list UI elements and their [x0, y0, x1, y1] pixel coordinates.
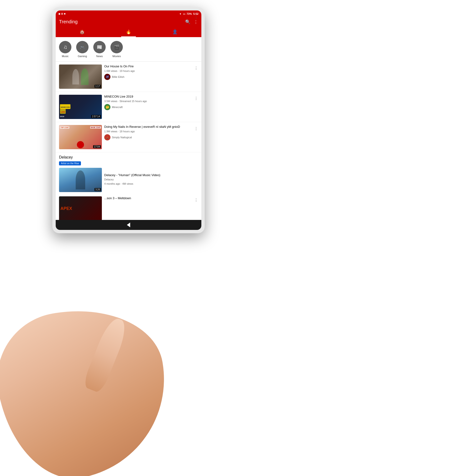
- movies-icon: 🎬: [114, 45, 119, 50]
- tab-account[interactable]: 👤: [168, 27, 182, 37]
- video-info-1: Our House Is On Fire 1.6M views · 19 hou…: [104, 65, 198, 89]
- video-item-last[interactable]: APEX ...son 3 – Meltdown ⋮: [56, 193, 201, 220]
- channel-name-3: Simply Nailogical: [112, 136, 132, 139]
- minecon-label: MINECON: [60, 104, 70, 109]
- artist-name: Delacey: [59, 155, 198, 159]
- status-left-icons: [59, 13, 66, 15]
- more-button-2[interactable]: ⋮: [193, 95, 199, 102]
- status-dot-3: [64, 13, 66, 15]
- video-item-1[interactable]: 1:17 Our House Is On Fire 1.6M views · 1…: [56, 62, 201, 92]
- more-button-3[interactable]: ⋮: [193, 125, 199, 132]
- minecon-year: 2019: [60, 114, 64, 118]
- back-button[interactable]: [127, 222, 130, 227]
- more-button-1[interactable]: ⋮: [193, 65, 199, 71]
- music-label: Music: [62, 55, 69, 58]
- video-info-3: Doing My Nails In Reverse | esreveR nI s…: [104, 125, 198, 149]
- artist-thumbnail: 3:26: [59, 168, 102, 192]
- video-title-2: MINECON Live 2019: [104, 95, 193, 99]
- search-icon[interactable]: 🔍: [185, 19, 190, 24]
- category-gaming[interactable]: 🎮 Gaming: [76, 41, 88, 58]
- video-title-last: ...son 3 – Meltdown: [104, 196, 193, 200]
- artist-video-info: 4 months ago · 4M views: [104, 182, 198, 185]
- home-icon: 🏠: [80, 30, 85, 34]
- battery-percent: 73%: [187, 12, 192, 15]
- topcoat-label: TOP COAT: [60, 126, 69, 129]
- artist-channel-name: Delacey: [104, 178, 198, 181]
- nav-tabs: 🏠 🔥 👤: [59, 26, 198, 37]
- wifi-icon: ▼: [179, 13, 182, 15]
- categories-row: ♫ Music 🎮 Gaming 📰 News: [56, 37, 201, 62]
- channel-row-2: 🤔 Minecraft: [104, 104, 193, 110]
- apex-logo: APEX: [60, 206, 72, 211]
- movies-circle: 🎬: [110, 41, 123, 53]
- news-icon: 📰: [97, 45, 102, 50]
- gaming-label: Gaming: [78, 55, 87, 58]
- artist-info: Delacey - "Human" (Official Music Video)…: [104, 173, 198, 187]
- category-music[interactable]: ♫ Music: [59, 41, 71, 58]
- channel-name-1: Billie Eilish: [112, 75, 124, 78]
- page-title: Trending: [59, 19, 78, 24]
- content-area: ♫ Music 🎮 Gaming 📰 News: [56, 37, 201, 220]
- avatar-minecraft: 🤔: [104, 104, 110, 110]
- artist-section: Delacey Artist on the Rise 3:26 Delacey …: [56, 152, 201, 193]
- duration-badge-2: 2:57:14: [91, 115, 101, 118]
- duration-badge-1: 1:17: [95, 85, 101, 88]
- gaming-circle: 🎮: [76, 41, 88, 53]
- video-item-2[interactable]: MINECON LIVE 2019 2:57:14 MINECON Live 2…: [56, 92, 201, 122]
- artist-video[interactable]: 3:26 Delacey - "Human" (Official Music V…: [59, 168, 198, 192]
- video-title-1: Our House Is On Fire: [104, 65, 193, 68]
- video-info-2: MINECON Live 2019 3.5M views · Streamed …: [104, 95, 198, 119]
- video-meta-3: 1.9M views · 18 hours ago: [104, 130, 193, 133]
- status-dot-1: [59, 13, 60, 15]
- status-bar: ▼ ▭ 73% 5:52: [56, 11, 201, 17]
- tab-trending[interactable]: 🔥: [121, 27, 136, 37]
- gaming-icon: 🎮: [80, 45, 85, 50]
- basecoat-label: BASE COAT: [90, 126, 101, 129]
- movies-label: Movies: [113, 55, 121, 58]
- tablet-device: ▼ ▭ 73% 5:52 Trending 🔍 ⋮: [52, 7, 205, 233]
- artist-duration-badge: 3:26: [95, 188, 101, 191]
- hand-base: [0, 296, 180, 476]
- news-circle: 📰: [93, 41, 106, 53]
- video-meta-1: 1.6M views · 19 hours ago: [104, 69, 193, 72]
- fire-icon: 🔥: [126, 30, 131, 34]
- bottom-navigation: [56, 220, 201, 230]
- battery-icon: ▭: [183, 13, 185, 15]
- person-icon: 👤: [172, 30, 178, 34]
- channel-row-1: 🌌 Billie Eilish: [104, 74, 193, 80]
- thumbnail-apex: APEX: [59, 196, 102, 220]
- notification-icon: [61, 13, 63, 15]
- artist-on-rise-badge: Artist on the Rise: [59, 161, 81, 165]
- avatar-simply-nailogical: 💄: [104, 134, 110, 140]
- video-meta-2: 3.5M views · Streamed 15 hours ago: [104, 100, 193, 102]
- category-movies[interactable]: 🎬 Movies: [110, 41, 123, 58]
- avatar-billie-eilish: 🌌: [104, 74, 110, 80]
- category-news[interactable]: 📰 News: [93, 41, 106, 58]
- news-label: News: [96, 55, 103, 58]
- thumbnail-3: TOP COAT BASE COAT 17:04: [59, 125, 102, 149]
- tab-home[interactable]: 🏠: [75, 27, 89, 37]
- duration-badge-3: 17:04: [93, 145, 101, 148]
- app-header: Trending 🔍 ⋮ 🏠 🔥 👤: [56, 17, 201, 37]
- video-title-3: Doing My Nails In Reverse | esreveR nI s…: [104, 125, 193, 129]
- pointing-finger: [82, 315, 130, 394]
- artist-video-title: Delacey - "Human" (Official Music Video): [104, 173, 198, 177]
- music-circle: ♫: [59, 41, 71, 53]
- channel-name-2: Minecraft: [112, 106, 122, 108]
- live-label: LIVE: [60, 109, 66, 114]
- artist-silhouette: [76, 170, 85, 189]
- thumbnail-1: 1:17: [59, 65, 102, 89]
- video-item-3[interactable]: TOP COAT BASE COAT 17:04 Doing My Nails …: [56, 122, 201, 152]
- thumbnail-2: MINECON LIVE 2019 2:57:14: [59, 95, 102, 119]
- video-info-last: ...son 3 – Meltdown: [104, 196, 198, 220]
- channel-row-3: 💄 Simply Nailogical: [104, 134, 193, 140]
- more-button-last[interactable]: ⋮: [193, 197, 199, 203]
- music-icon: ♫: [63, 44, 67, 50]
